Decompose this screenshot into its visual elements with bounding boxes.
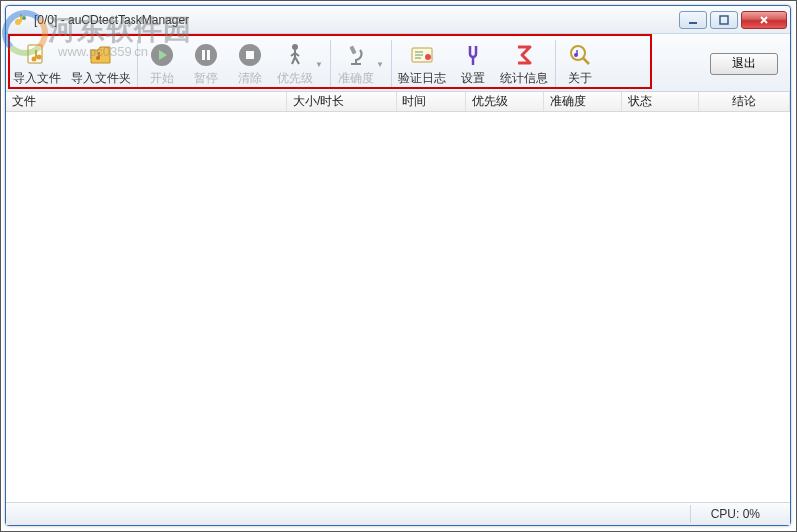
certificate-icon (409, 42, 435, 68)
toolbar: 导入文件 导入文件夹 开始 暂停 (6, 34, 790, 92)
walking-person-icon (282, 42, 308, 68)
stop-icon (237, 42, 263, 68)
microscope-icon (343, 42, 369, 68)
clear-button[interactable]: 清除 (228, 36, 272, 91)
svg-point-7 (37, 55, 42, 60)
pause-button[interactable]: 暂停 (184, 36, 228, 91)
column-priority[interactable]: 优先级 (466, 92, 544, 111)
priority-button[interactable]: 优先级 ▼ (272, 36, 328, 91)
svg-rect-1 (20, 14, 22, 22)
svg-point-19 (571, 46, 585, 60)
statistics-button[interactable]: 统计信息 (495, 36, 553, 91)
maximize-button[interactable] (710, 11, 738, 29)
about-button[interactable]: 关于 (558, 36, 602, 91)
window-title: [0/0] - auCDtectTaskManager (34, 13, 189, 27)
exit-label: 退出 (732, 55, 756, 72)
start-label: 开始 (150, 70, 174, 87)
import-folder-button[interactable]: 导入文件夹 (66, 36, 135, 91)
statistics-label: 统计信息 (500, 70, 548, 87)
pause-label: 暂停 (194, 70, 218, 87)
import-file-button[interactable]: 导入文件 (8, 36, 66, 91)
accuracy-button[interactable]: 准确度 ▼ (333, 36, 389, 91)
svg-point-15 (292, 44, 298, 50)
statusbar: CPU: 0% (6, 503, 790, 525)
svg-rect-3 (689, 22, 697, 24)
pause-icon (193, 42, 219, 68)
dropdown-arrow-icon: ▼ (315, 60, 323, 69)
column-time[interactable]: 时间 (397, 92, 466, 111)
accuracy-label: 准确度 (338, 70, 374, 87)
list-body[interactable] (6, 112, 790, 503)
settings-label: 设置 (461, 70, 485, 87)
exit-button[interactable]: 退出 (710, 53, 778, 75)
svg-point-2 (22, 16, 26, 20)
svg-rect-4 (720, 16, 728, 24)
cpu-status: CPU: 0% (690, 505, 780, 523)
column-result[interactable]: 结论 (699, 92, 790, 111)
tuning-fork-icon (460, 42, 486, 68)
svg-rect-11 (202, 50, 205, 60)
svg-point-6 (32, 57, 37, 62)
clear-label: 清除 (238, 70, 262, 87)
verify-log-label: 验证日志 (398, 70, 446, 87)
svg-rect-14 (246, 51, 254, 59)
verify-log-button[interactable]: 验证日志 (394, 36, 451, 91)
close-button[interactable] (741, 11, 787, 29)
list-header: 文件 大小/时长 时间 优先级 准确度 状态 结论 (6, 92, 790, 112)
dropdown-arrow-icon: ▼ (376, 60, 384, 69)
music-file-icon (24, 42, 50, 68)
column-size-duration[interactable]: 大小/时长 (287, 92, 397, 111)
import-folder-label: 导入文件夹 (71, 70, 131, 87)
titlebar[interactable]: [0/0] - auCDtectTaskManager (6, 6, 790, 34)
sigma-icon (511, 42, 537, 68)
about-label: 关于 (568, 70, 592, 87)
start-button[interactable]: 开始 (140, 36, 184, 91)
import-file-label: 导入文件 (13, 70, 61, 87)
magnifier-music-icon (567, 42, 593, 68)
column-file[interactable]: 文件 (6, 92, 287, 111)
column-accuracy[interactable]: 准确度 (544, 92, 622, 111)
play-icon (149, 42, 175, 68)
column-status[interactable]: 状态 (622, 92, 699, 111)
svg-rect-16 (349, 46, 356, 55)
main-window: [0/0] - auCDtectTaskManager 导入文件 (5, 5, 791, 526)
minimize-button[interactable] (679, 11, 707, 29)
svg-point-10 (195, 44, 217, 66)
music-folder-icon (88, 42, 114, 68)
app-icon (12, 12, 28, 28)
svg-rect-12 (207, 50, 210, 60)
settings-button[interactable]: 设置 (451, 36, 495, 91)
priority-label: 优先级 (277, 70, 313, 87)
svg-point-18 (425, 54, 431, 60)
